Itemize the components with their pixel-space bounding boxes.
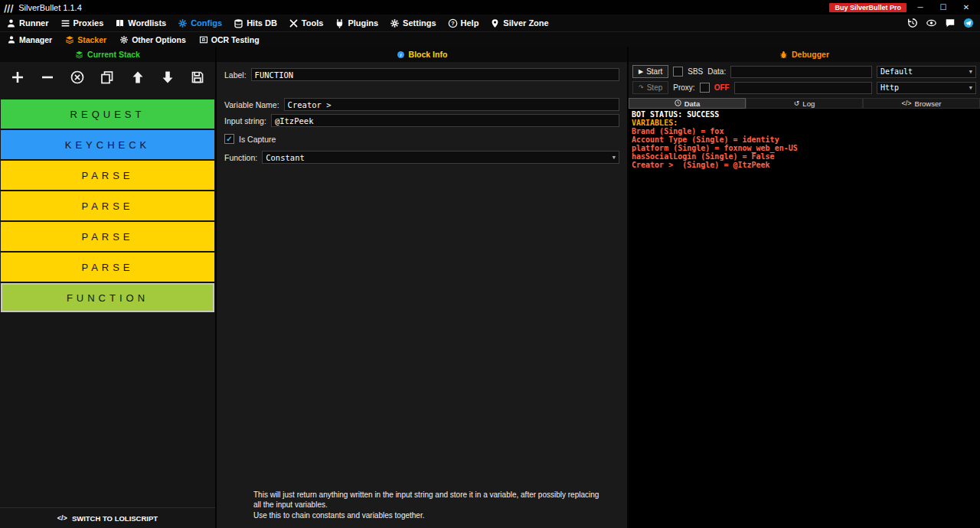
stack-block-parse-4[interactable]: PARSE xyxy=(1,253,214,282)
tools-icon xyxy=(289,18,299,28)
start-button[interactable]: ▶ Start xyxy=(632,65,668,78)
stack-block-keycheck[interactable]: KEYCHECK xyxy=(1,130,214,159)
stack-block-function[interactable]: FUNCTION xyxy=(1,283,214,312)
eye-icon[interactable] xyxy=(926,18,937,28)
menu-configs[interactable]: Configs xyxy=(178,18,222,28)
app-window: ||| SilverBullet 1.1.4 Buy SilverBullet … xyxy=(0,0,980,528)
plugins-icon xyxy=(335,18,345,28)
maximize-button[interactable]: ☐ xyxy=(934,3,952,11)
info-icon: i xyxy=(397,51,405,59)
menu-tools[interactable]: Tools xyxy=(289,18,324,28)
svg-text:i: i xyxy=(400,51,401,57)
tab-browser[interactable]: </> Browser xyxy=(863,98,980,109)
wordlists-icon xyxy=(115,18,125,28)
block-info-panel: i Block Info Label: Variable Name: Input… xyxy=(217,47,629,528)
code-icon: </> xyxy=(902,99,912,107)
buy-pro-button[interactable]: Buy SilverBullet Pro xyxy=(829,3,906,12)
menu-silver-zone[interactable]: Silver Zone xyxy=(490,18,548,28)
log-line: VARIABLES: xyxy=(632,119,977,127)
menu-wordlists[interactable]: Wordlists xyxy=(115,18,166,28)
save-config-button[interactable] xyxy=(190,70,205,85)
submenu-ocr-testing[interactable]: R OCR Testing xyxy=(199,35,260,44)
tab-log[interactable]: ↺ Log xyxy=(746,98,863,109)
stack-block-parse-2[interactable]: PARSE xyxy=(1,191,214,220)
svg-text:?: ? xyxy=(451,19,455,26)
stack-block-parse-1[interactable]: PARSE xyxy=(1,161,214,190)
function-dropdown[interactable]: Constant ▼ xyxy=(262,151,619,164)
function-label: Function: xyxy=(224,153,257,162)
chat-icon[interactable] xyxy=(945,18,956,28)
is-capture-label: Is Capture xyxy=(239,135,276,144)
remove-block-button[interactable] xyxy=(40,70,55,85)
tab-data[interactable]: Data xyxy=(629,98,746,109)
menu-plugins[interactable]: Plugins xyxy=(335,18,378,28)
app-logo-icon: ||| xyxy=(4,3,15,12)
clock-icon xyxy=(675,99,681,108)
menu-proxies[interactable]: Proxies xyxy=(60,18,104,28)
wordlist-type-dropdown[interactable]: Default ▼ xyxy=(877,66,976,78)
proxy-checkbox[interactable] xyxy=(700,83,710,93)
sbs-checkbox[interactable] xyxy=(673,67,683,77)
proxies-icon xyxy=(60,18,70,28)
debugger-panel: Debugger ▶ Start SBS Data: Default ▼ ↷ xyxy=(629,47,980,528)
log-line: Account Type (Single) = identity xyxy=(632,135,977,144)
switch-to-loliscript-button[interactable]: </> SWITCH TO LOLISCRIPT xyxy=(0,507,215,528)
data-input[interactable] xyxy=(730,66,872,78)
menu-help[interactable]: ? Help xyxy=(448,18,479,28)
data-label: Data: xyxy=(707,67,726,76)
input-string-input[interactable] xyxy=(271,114,619,127)
clone-block-button[interactable] xyxy=(100,70,115,85)
code-icon: </> xyxy=(57,514,67,522)
step-button[interactable]: ↷ Step xyxy=(632,81,668,94)
ocr-testing-icon: R xyxy=(199,35,208,44)
main-menu: Runner Proxies Wordlists Configs Hits DB… xyxy=(0,15,980,31)
configs-submenu: Manager Stacker Other Options R OCR Test… xyxy=(0,31,980,47)
label-field-label: Label: xyxy=(224,70,247,80)
stack-toolbar xyxy=(0,62,215,93)
debugger-controls-row-1: ▶ Start SBS Data: Default ▼ xyxy=(632,65,976,78)
debugger-header: Debugger xyxy=(629,47,980,62)
configs-icon xyxy=(178,18,188,28)
help-icon: ? xyxy=(448,18,458,28)
close-button[interactable]: ✕ xyxy=(957,3,975,11)
runner-icon xyxy=(6,18,16,28)
other-options-icon xyxy=(119,35,129,44)
proxy-type-dropdown[interactable]: Http ▼ xyxy=(877,82,976,94)
submenu-other-options[interactable]: Other Options xyxy=(119,35,186,44)
log-line: BOT STATUS: SUCCESS xyxy=(632,110,977,119)
add-block-button[interactable] xyxy=(10,70,25,85)
variable-name-input[interactable] xyxy=(284,98,619,111)
clear-stack-button[interactable] xyxy=(70,70,85,85)
is-capture-checkbox[interactable]: ✓ xyxy=(224,134,234,144)
submenu-stacker[interactable]: Stacker xyxy=(65,35,106,44)
block-info-header: i Block Info xyxy=(217,47,627,62)
stack-block-parse-3[interactable]: PARSE xyxy=(1,222,214,251)
proxy-input[interactable] xyxy=(734,82,872,94)
menu-settings[interactable]: Settings xyxy=(390,18,436,28)
chevron-down-icon: ▼ xyxy=(612,155,616,161)
sbs-label: SBS xyxy=(688,67,703,76)
telegram-icon[interactable] xyxy=(963,18,974,28)
move-down-button[interactable] xyxy=(160,70,175,85)
minimize-button[interactable]: ─ xyxy=(911,3,929,11)
stack-block-request[interactable]: REQUEST xyxy=(1,99,214,129)
submenu-manager[interactable]: Manager xyxy=(7,35,52,44)
proxy-label: Proxy: xyxy=(673,83,694,92)
bug-icon xyxy=(779,51,788,59)
debugger-tabs: Data ↺ Log </> Browser xyxy=(629,98,980,109)
stack-panel: Current Stack REQUEST KEYCHECK PARSE PAR… xyxy=(0,47,217,528)
current-stack-icon xyxy=(75,51,83,59)
window-title: SilverBullet 1.1.4 xyxy=(18,3,82,12)
hits-db-icon xyxy=(234,18,243,28)
label-input[interactable] xyxy=(251,68,619,81)
log-line: hasSocialLogin (Single) = False xyxy=(632,152,977,161)
history-icon[interactable] xyxy=(907,18,918,28)
move-up-button[interactable] xyxy=(130,70,145,85)
menu-hits-db[interactable]: Hits DB xyxy=(234,18,277,28)
menu-runner[interactable]: Runner xyxy=(6,18,49,28)
history-icon: ↺ xyxy=(794,99,800,107)
variable-name-label: Variable Name: xyxy=(224,100,279,109)
tray-icons xyxy=(907,18,974,28)
settings-icon xyxy=(390,18,400,28)
svg-text:R: R xyxy=(202,37,206,42)
